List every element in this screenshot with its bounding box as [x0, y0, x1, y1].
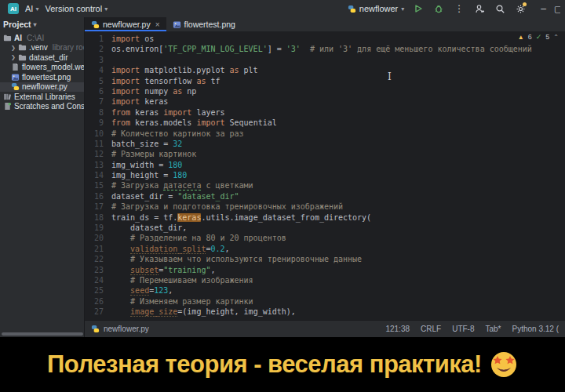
line-number[interactable]: 13 — [85, 160, 111, 170]
tab-flowertest-png[interactable]: flowertest.png — [166, 17, 242, 31]
code-line-7[interactable]: 7import keras — [85, 96, 565, 107]
code-line-10[interactable]: 10# Количество картинок за раз — [85, 129, 565, 139]
code-line-27[interactable]: 27 image_size=(img_height, img_width), — [85, 307, 565, 317]
code-line-16[interactable]: 16dataset_dir = "dataset_dir" — [85, 191, 565, 201]
code-token: , — [210, 266, 215, 274]
code-token: keras — [177, 213, 201, 222]
status-widget-0[interactable]: 121:38 — [385, 325, 410, 333]
line-number[interactable]: 8 — [85, 107, 111, 118]
code-line-9[interactable]: 9from keras.models import Sequential — [85, 118, 565, 128]
code-line-1[interactable]: 1import os — [85, 34, 565, 44]
line-number[interactable]: 18 — [85, 212, 111, 223]
line-number[interactable]: 23 — [85, 265, 111, 275]
code-line-18[interactable]: 18train_ds = tf.keras.utils.image_datase… — [85, 212, 565, 223]
code-token: # Изменяем размер картинки — [111, 297, 253, 306]
tree-item-flowers-model-weights-h5[interactable]: flowers_model.weights.h5 — [0, 63, 84, 73]
code-with-me-button[interactable] — [473, 2, 486, 15]
code-line-13[interactable]: 13img_width = 180 — [85, 160, 565, 170]
code-token — [111, 286, 130, 295]
line-number[interactable]: 5 — [85, 76, 111, 86]
code-line-14[interactable]: 14img_height = 180 — [85, 170, 565, 180]
line-number[interactable]: 12 — [85, 149, 111, 159]
tree-item-scratches-and-consoles[interactable]: Scratches and Consoles — [0, 102, 84, 112]
minimize-button[interactable]: – — [541, 3, 546, 14]
line-number[interactable]: 27 — [85, 307, 111, 317]
run-button[interactable] — [412, 2, 425, 15]
line-text: from keras.models import Sequential — [111, 118, 565, 128]
tree-item-external-libraries[interactable]: External Libraries — [0, 92, 84, 102]
breadcrumb[interactable]: newflower.py — [91, 325, 149, 333]
chevron-right-icon[interactable]: ❯ — [11, 54, 16, 60]
status-widget-3[interactable]: Tab* — [486, 325, 501, 333]
code-line-12[interactable]: 12# Размеры картинок — [85, 149, 565, 159]
more-actions-button[interactable]: ⋮ — [453, 2, 465, 15]
line-number[interactable]: 17 — [85, 201, 111, 212]
project-panel-header[interactable]: Project ▾ — [0, 17, 84, 31]
search-everywhere-button[interactable] — [494, 2, 506, 15]
line-number[interactable]: 2 — [85, 44, 111, 54]
code-line-8[interactable]: 8from keras import layers — [85, 107, 565, 118]
line-number[interactable]: 9 — [85, 118, 111, 128]
code-line-20[interactable]: 20 # Разделение на 80 и 20 процентов — [85, 233, 565, 243]
line-number[interactable]: 4 — [85, 65, 111, 75]
line-number[interactable]: 22 — [85, 254, 111, 264]
vcs-menu[interactable]: Version control ▾ — [45, 4, 108, 13]
debug-button[interactable] — [432, 2, 445, 15]
line-number[interactable]: 15 — [85, 180, 111, 191]
project-panel-hscrollbar[interactable] — [2, 332, 83, 336]
code-line-17[interactable]: 17# Загрузка и подготовка тренировочных … — [85, 201, 565, 212]
run-configuration-selector[interactable]: newflower ▾ — [348, 4, 405, 13]
code-line-6[interactable]: 6import numpy as np — [85, 86, 565, 96]
code-line-2[interactable]: 2os.environ['TF_CPP_MIN_LOG_LEVEL'] = '3… — [85, 44, 565, 54]
line-number[interactable]: 10 — [85, 129, 111, 139]
line-number[interactable]: 11 — [85, 139, 111, 149]
tree-item-dataset-dir[interactable]: ❯dataset_dir — [0, 53, 84, 63]
code-line-19[interactable]: 19 dataset_dir, — [85, 223, 565, 233]
line-number[interactable]: 7 — [85, 96, 111, 107]
line-text: # Загрузка и подготовка тренировочных из… — [111, 201, 565, 212]
line-number[interactable]: 21 — [85, 244, 111, 254]
line-number[interactable]: 6 — [85, 86, 111, 96]
code-line-15[interactable]: 15# Загрузка датасета с цветками — [85, 180, 565, 191]
settings-button[interactable] — [514, 2, 527, 15]
status-widget-1[interactable]: CRLF — [421, 325, 441, 333]
code-line-4[interactable]: 4import matplotlib.pyplot as plt — [85, 65, 565, 75]
maximize-button[interactable]: ▢ — [554, 4, 560, 14]
project-logo-badge[interactable]: AI — [8, 3, 19, 14]
tree-item-ai[interactable]: AIC:\AI — [0, 33, 84, 43]
status-widget-4[interactable]: Python 3.12 ( — [512, 325, 559, 333]
code-line-26[interactable]: 26 # Изменяем размер картинки — [85, 296, 565, 307]
code-line-21[interactable]: 21 validation_split=0.2, — [85, 244, 565, 254]
typo-icon: ✓ — [536, 33, 542, 41]
code-line-22[interactable]: 22 # Указываем что используются трениров… — [85, 254, 565, 264]
collapse-chevron-icon[interactable]: ⌃ — [553, 34, 559, 41]
line-number[interactable]: 20 — [85, 233, 111, 243]
chevron-right-icon[interactable]: ❯ — [11, 45, 16, 51]
line-number[interactable]: 16 — [85, 191, 111, 201]
tree-item-newflower-py[interactable]: newflower.py — [0, 82, 84, 93]
code-line-5[interactable]: 5import tensorflow as tf — [85, 76, 565, 86]
tree-item--venv[interactable]: ❯.venvlibrary root — [0, 43, 84, 53]
status-widget-2[interactable]: UTF-8 — [452, 325, 474, 333]
code-line-3[interactable]: 3 — [85, 55, 565, 65]
line-number[interactable]: 26 — [85, 296, 111, 307]
code-line-25[interactable]: 25 seed=123, — [85, 285, 565, 296]
code-line-24[interactable]: 24 # Перемешиваем изображения — [85, 275, 565, 285]
inspection-widget[interactable]: ▲ 6 ✓ 5 ⌃ — [518, 33, 559, 41]
vcs-menu-label: Version control — [45, 4, 102, 13]
tree-item-flowertest-png[interactable]: flowertest.png — [0, 72, 84, 82]
line-number[interactable]: 3 — [85, 55, 111, 65]
project-menu[interactable]: AI ▾ — [25, 4, 38, 13]
line-text: # Размеры картинок — [111, 149, 565, 159]
warning-icon: ▲ — [518, 34, 524, 41]
code-line-23[interactable]: 23 subset="training", — [85, 265, 565, 275]
code-editor[interactable]: ▲ 6 ✓ 5 ⌃ 1import os2os.environ['TF_CPP_… — [85, 31, 565, 320]
tab-newflower-py[interactable]: newflower.py × — [85, 17, 166, 31]
code-line-11[interactable]: 11batch_size = 32 — [85, 139, 565, 149]
line-number[interactable]: 14 — [85, 170, 111, 180]
close-icon[interactable]: × — [155, 20, 160, 29]
line-number[interactable]: 25 — [85, 285, 111, 296]
line-number[interactable]: 19 — [85, 223, 111, 233]
line-number[interactable]: 24 — [85, 275, 111, 285]
line-number[interactable]: 1 — [85, 34, 111, 44]
